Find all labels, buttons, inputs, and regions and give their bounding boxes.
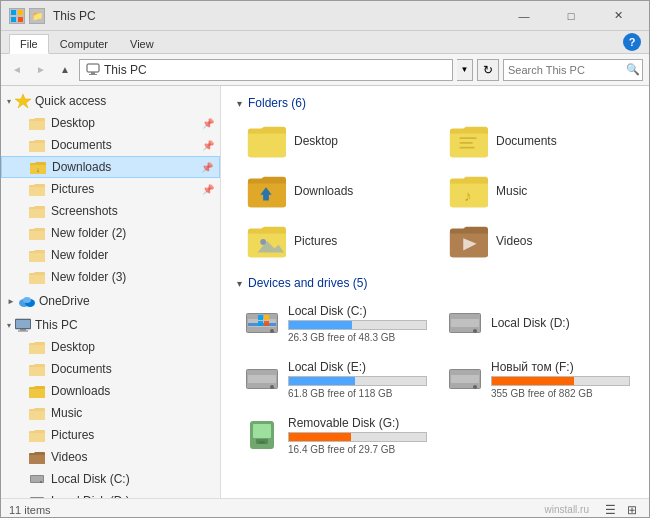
title-bar: 📁 This PC — □ ✕	[1, 1, 649, 31]
sidebar-item-desktop-pc[interactable]: Desktop	[1, 336, 220, 358]
folder-icon	[29, 137, 45, 153]
sidebar-section-quickaccess: ▾ Quick access Desktop 📌 Documents 📌	[1, 90, 220, 288]
svg-point-55	[270, 385, 274, 389]
search-icon[interactable]: 🔍	[625, 60, 642, 80]
folder-icon	[29, 115, 45, 131]
status-bar: 11 items winstall.ru ☰ ⊞	[1, 498, 649, 518]
tab-computer[interactable]: Computer	[49, 33, 119, 53]
svg-rect-33	[459, 147, 474, 149]
pin-icon: 📌	[202, 184, 214, 195]
drive-d-label: Local Disk (D:)	[491, 316, 630, 330]
sidebar-item-documents-qa[interactable]: Documents 📌	[1, 134, 220, 156]
drives-title: Devices and drives (5)	[248, 276, 367, 290]
sidebar-item-downloads-pc[interactable]: Downloads	[1, 380, 220, 402]
folder-item-pictures[interactable]: Pictures	[237, 218, 435, 264]
folder-icon	[29, 181, 45, 197]
folder-item-documents[interactable]: Documents	[439, 118, 637, 164]
sidebar-item-desktop-qa[interactable]: Desktop 📌	[1, 112, 220, 134]
sidebar-item-newfolder3-qa[interactable]: New folder (3)	[1, 266, 220, 288]
drive-icon	[29, 471, 45, 487]
svg-text:↓: ↓	[36, 166, 40, 173]
thispc-icon	[15, 318, 31, 332]
drive-icon	[29, 493, 45, 498]
close-button[interactable]: ✕	[595, 1, 641, 31]
svg-rect-4	[87, 64, 99, 72]
up-button[interactable]: ▲	[55, 60, 75, 80]
drive-g-icon	[244, 417, 280, 453]
search-box: 🔍	[503, 59, 643, 81]
pin-icon: 📌	[201, 162, 213, 173]
address-path[interactable]: This PC	[79, 59, 453, 81]
sidebar-item-pictures-pc[interactable]: Pictures	[1, 424, 220, 446]
sidebar-item-pictures-qa[interactable]: Pictures 📌	[1, 178, 220, 200]
folder-videos-icon	[448, 223, 488, 259]
folder-pictures-icon	[246, 223, 286, 259]
drive-c-free: 26.3 GB free of 48.3 GB	[288, 332, 427, 343]
svg-point-43	[270, 329, 274, 333]
folder-videos-label: Videos	[496, 234, 532, 248]
drive-e-label: Local Disk (E:)	[288, 360, 427, 374]
drive-g-free: 16.4 GB free of 29.7 GB	[288, 444, 427, 455]
view-details-button[interactable]: ☰	[601, 501, 619, 519]
address-dropdown[interactable]: ▼	[457, 59, 473, 81]
sidebar-item-newfolder2-qa[interactable]: New folder (2)	[1, 222, 220, 244]
drive-d-info: Local Disk (D:)	[491, 316, 630, 330]
drive-e-info: Local Disk (E:) 61.8 GB free of 118 GB	[288, 360, 427, 399]
svg-point-51	[473, 329, 477, 333]
back-button[interactable]: ◄	[7, 60, 27, 80]
view-tiles-button[interactable]: ⊞	[623, 501, 641, 519]
content-area: ▾ Folders (6) Desktop	[225, 86, 649, 498]
folder-pictures-label: Pictures	[294, 234, 337, 248]
pin-icon: 📌	[202, 118, 214, 129]
drive-item-f[interactable]: Новый том (F:) 355 GB free of 882 GB	[440, 354, 637, 404]
folder-item-downloads[interactable]: Downloads	[237, 168, 435, 214]
search-input[interactable]	[504, 64, 625, 76]
drive-e-icon	[244, 361, 280, 397]
drive-f-bar	[492, 377, 574, 385]
folder-music-label: Music	[496, 184, 527, 198]
onedrive-header[interactable]: ► OneDrive	[1, 290, 220, 312]
sidebar-item-music-pc[interactable]: Music	[1, 402, 220, 424]
main-layout: ▾ Quick access Desktop 📌 Documents 📌	[1, 86, 649, 498]
sidebar: ▾ Quick access Desktop 📌 Documents 📌	[1, 86, 221, 498]
drive-item-d[interactable]: Local Disk (D:)	[440, 298, 637, 348]
quick-access-header[interactable]: ▾ Quick access	[1, 90, 220, 112]
drive-g-progress	[288, 432, 427, 442]
sidebar-item-downloads-qa[interactable]: ↓ Downloads 📌	[1, 156, 220, 178]
address-bar: ◄ ► ▲ This PC ▼ ↻ 🔍	[1, 54, 649, 86]
svg-text:♪: ♪	[464, 187, 472, 204]
thispc-header[interactable]: ▾ This PC	[1, 314, 220, 336]
sidebar-item-diskc-pc[interactable]: Local Disk (C:)	[1, 468, 220, 490]
svg-point-18	[40, 481, 42, 483]
maximize-button[interactable]: □	[548, 1, 594, 31]
folder-item-music[interactable]: ♪ Music	[439, 168, 637, 214]
forward-button[interactable]: ►	[31, 60, 51, 80]
svg-point-59	[473, 385, 477, 389]
drive-c-progress	[288, 320, 427, 330]
svg-rect-15	[18, 331, 28, 332]
svg-rect-19	[30, 497, 44, 498]
help-button[interactable]: ?	[623, 33, 641, 51]
chevron-icon: ▾	[7, 321, 11, 330]
drive-item-e[interactable]: Local Disk (E:) 61.8 GB free of 118 GB	[237, 354, 434, 404]
drive-f-free: 355 GB free of 882 GB	[491, 388, 630, 399]
folder-desktop-icon	[246, 123, 286, 159]
sidebar-item-documents-pc[interactable]: Documents	[1, 358, 220, 380]
sidebar-item-diskd-pc[interactable]: Local Disk (D:)	[1, 490, 220, 498]
svg-rect-2	[11, 17, 16, 22]
refresh-button[interactable]: ↻	[477, 59, 499, 81]
item-count: 11 items	[9, 504, 51, 516]
folder-item-desktop[interactable]: Desktop	[237, 118, 435, 164]
tab-file[interactable]: File	[9, 34, 49, 54]
folder-icon	[29, 361, 45, 377]
minimize-button[interactable]: —	[501, 1, 547, 31]
drive-item-g[interactable]: Removable Disk (G:) 16.4 GB free of 29.7…	[237, 410, 434, 460]
folder-icon	[29, 339, 45, 355]
drive-item-c[interactable]: Local Disk (C:) 26.3 GB free of 48.3 GB	[237, 298, 434, 348]
thispc-label: This PC	[35, 318, 78, 332]
sidebar-item-screenshots-qa[interactable]: Screenshots	[1, 200, 220, 222]
sidebar-item-newfolder-qa[interactable]: New folder	[1, 244, 220, 266]
sidebar-item-videos-pc[interactable]: Videos	[1, 446, 220, 468]
tab-view[interactable]: View	[119, 33, 165, 53]
folder-item-videos[interactable]: Videos	[439, 218, 637, 264]
